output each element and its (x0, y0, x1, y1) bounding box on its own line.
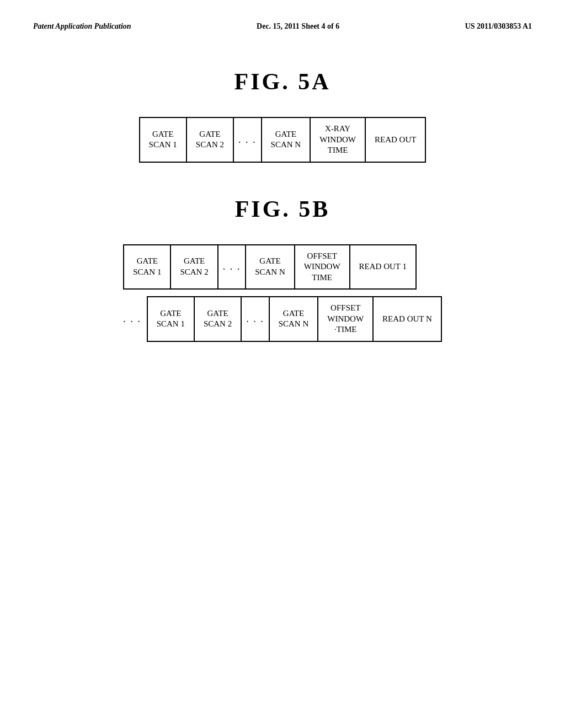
fig5b-r2-gate-scann: GATESCAN N (269, 297, 318, 341)
fig5a-cell-readout: READ OUT (365, 117, 425, 162)
fig5a-title: FIG. 5A (234, 68, 331, 95)
page-header: Patent Application Publication Dec. 15, … (33, 22, 532, 35)
fig5b-section: FIG. 5B GATESCAN 1 GATESCAN 2 . . . GATE… (33, 196, 532, 342)
header-publication: Patent Application Publication (33, 22, 131, 31)
fig5b-r2-offset-window: OFFSETWINDOW·TIME (318, 297, 373, 341)
fig5a-dots: . . . (233, 117, 262, 162)
fig5a-cell-gate-scann: GATESCAN N (262, 117, 311, 162)
fig5b-r1-gate-scan1: GATESCAN 1 (124, 245, 170, 290)
header-patent-number: US 2011/0303853 A1 (465, 22, 532, 31)
fig5b-r1-dots: . . . (218, 245, 246, 290)
fig5b-table1: GATESCAN 1 GATESCAN 2 . . . GATESCAN N O… (123, 244, 417, 290)
fig5b-r1-offset-window: OFFSETWINDOWTIME (295, 245, 350, 290)
fig5b-r2-gate-scan2: GATESCAN 2 (194, 297, 241, 341)
fig5b-r1-gate-scan2: GATESCAN 2 (170, 245, 217, 290)
fig5b-r2-dots: . . . (241, 297, 269, 341)
fig5a-cell-gate-scan2: GATESCAN 2 (186, 117, 233, 162)
fig5b-row1: GATESCAN 1 GATESCAN 2 . . . GATESCAN N O… (123, 244, 417, 290)
fig5a-table: GATESCAN 1 GATESCAN 2 . . . GATESCAN N X… (139, 117, 427, 163)
fig5b-r2-outside-dots: . . . (123, 313, 147, 325)
fig5a-cell-xray-window: X-RAYWINDOWTIME (310, 117, 365, 162)
fig5a-cell-gate-scan1: GATESCAN 1 (140, 117, 186, 162)
fig5a-section: FIG. 5A GATESCAN 1 GATESCAN 2 . . . GATE… (33, 68, 532, 163)
page: Patent Application Publication Dec. 15, … (0, 0, 565, 728)
fig5b-title: FIG. 5B (235, 196, 331, 222)
fig5b-diagram: GATESCAN 1 GATESCAN 2 . . . GATESCAN N O… (123, 244, 442, 342)
fig5b-r1-gate-scann: GATESCAN N (246, 245, 295, 290)
fig5b-r1-readout1: READ OUT 1 (350, 245, 416, 290)
header-date-sheet: Dec. 15, 2011 Sheet 4 of 6 (257, 22, 339, 31)
fig5b-r2-gate-scan1: GATESCAN 1 (147, 297, 194, 341)
fig5b-table2: GATESCAN 1 GATESCAN 2 . . . GATESCAN N O… (147, 296, 442, 342)
fig5b-row2: . . . GATESCAN 1 GATESCAN 2 . . . GATESC… (123, 296, 442, 342)
fig5b-r2-readoutn: READ OUT N (373, 297, 441, 341)
fig5a-diagram: GATESCAN 1 GATESCAN 2 . . . GATESCAN N X… (139, 117, 427, 163)
